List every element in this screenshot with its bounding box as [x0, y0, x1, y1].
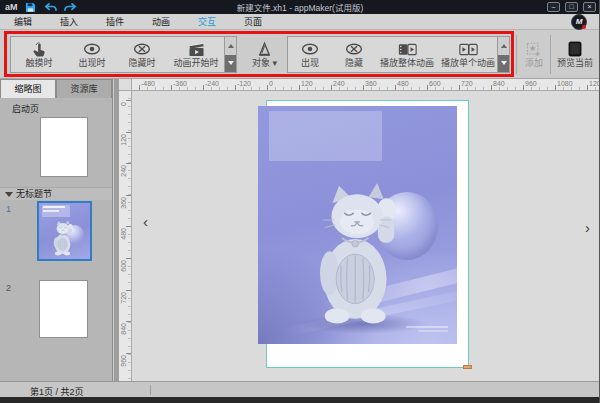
touch-icon	[32, 41, 46, 57]
tablet-icon	[568, 41, 582, 57]
ruler-label: -240	[205, 80, 219, 87]
ruler-label: 600	[429, 80, 441, 87]
menu-interaction[interactable]: 交互	[184, 15, 230, 28]
ruler-label: 960	[525, 80, 537, 87]
menu-animation[interactable]: 动画	[138, 15, 184, 28]
ruler-label: 0	[269, 80, 273, 87]
page-1-thumbnail[interactable]	[37, 201, 92, 261]
close-button[interactable]: ×	[583, 2, 596, 12]
watermark	[418, 330, 448, 332]
ruler-label: 480	[120, 228, 127, 240]
ruler-label: 720	[461, 80, 473, 87]
play-all-animation-button[interactable]: 播放整体动画	[376, 37, 438, 72]
on-animation-start-button[interactable]: 动画开始时	[167, 37, 225, 72]
ruler-corner	[119, 79, 132, 91]
sidebar-tabs: 缩略图 资源库	[0, 79, 112, 98]
ruler-label: -360	[173, 80, 187, 87]
actions-group-scroll[interactable]	[497, 37, 509, 72]
prev-page-arrow[interactable]: ‹	[143, 215, 148, 229]
design-image[interactable]	[258, 106, 457, 344]
menu-insert[interactable]: 插入	[46, 15, 92, 28]
play-single-animation-button[interactable]: 播放单个动画	[438, 37, 498, 72]
add-star-icon	[526, 41, 542, 57]
app-window: aM 新建文件.xh1 - appMaker(试用版) – □ × 编辑 插入 …	[0, 0, 600, 403]
show-action-button[interactable]: 出现	[288, 37, 332, 72]
tab-thumbnails[interactable]: 缩略图	[0, 79, 56, 98]
toolbar-separator	[516, 35, 517, 74]
object-dropdown-button[interactable]: 对象 ▾	[246, 36, 283, 73]
status-bar: 第1页 / 共2页	[0, 381, 600, 397]
next-page-arrow[interactable]: ›	[585, 221, 590, 235]
ruler-label: 120	[301, 80, 313, 87]
on-appear-button[interactable]: 出现时	[67, 37, 117, 72]
ruler-label: -480	[141, 80, 155, 87]
ruler-label: 240	[333, 80, 345, 87]
resize-handle[interactable]	[463, 365, 472, 369]
scroll-up-icon[interactable]	[225, 37, 236, 55]
actions-group: 出现 隐藏 播放整体动画 播放单个动画	[287, 36, 510, 73]
menu-page[interactable]: 页面	[230, 15, 276, 28]
ruler-label: 1080	[557, 80, 573, 87]
page-2-thumbnail[interactable]	[39, 280, 88, 338]
toolbar: 触摸时 出现时 隐藏时 动画开始时	[0, 30, 600, 79]
ruler-label: 360	[365, 80, 377, 87]
eye-off-icon	[345, 41, 363, 57]
canvas-area[interactable]: -480-360-240-120012024036048060072084096…	[114, 79, 600, 381]
status-separator	[150, 385, 151, 395]
hide-action-button[interactable]: 隐藏	[332, 37, 376, 72]
main-area: 缩略图 资源库 启动页 无标题节 1	[0, 79, 600, 381]
appmaker-badge-icon: M	[571, 14, 587, 30]
eye-icon	[83, 41, 101, 57]
collapse-triangle-icon	[5, 192, 13, 197]
trigger-group-scroll[interactable]	[224, 37, 236, 72]
v-ruler: 0120240360480600720840960	[119, 91, 132, 381]
menu-plugins[interactable]: 插件	[92, 15, 138, 28]
menu-bar: 编辑 插入 插件 动画 交互 页面	[0, 14, 600, 30]
ruler-label: 480	[397, 80, 409, 87]
startup-page-label: 启动页	[12, 102, 39, 115]
bottom-strip	[0, 397, 600, 403]
minimize-button[interactable]: –	[547, 2, 560, 12]
tab-resources[interactable]: 资源库	[56, 79, 112, 98]
image-overlay-rect	[269, 111, 382, 161]
h-ruler: -480-360-240-120012024036048060072084096…	[132, 79, 600, 91]
page-1-number: 1	[6, 204, 11, 214]
ruler-label: 960	[120, 355, 127, 367]
ruler-label: 600	[120, 260, 127, 272]
ruler-label: 120	[120, 134, 127, 146]
ruler-label: 0	[120, 102, 127, 106]
eye-off-icon	[133, 41, 151, 57]
add-button[interactable]: 添加	[519, 36, 549, 73]
page-2-number: 2	[6, 283, 11, 293]
ruler-label: 840	[120, 323, 127, 335]
scroll-down-icon[interactable]	[498, 55, 509, 73]
ruler-label: 840	[493, 80, 505, 87]
clapperboard-icon	[188, 41, 205, 57]
megaphone-icon	[257, 41, 272, 57]
menu-edit[interactable]: 编辑	[0, 15, 46, 28]
ruler-label: -120	[237, 80, 251, 87]
ruler-label: 1200	[589, 80, 600, 87]
eye-icon	[301, 41, 319, 57]
trigger-events-group: 触摸时 出现时 隐藏时 动画开始时	[10, 36, 237, 73]
toolbar-separator	[550, 35, 551, 74]
film-play-icon	[398, 41, 417, 57]
ruler-label: 360	[120, 197, 127, 209]
lucky-cat-figurine	[310, 182, 408, 334]
ruler-label: 240	[120, 165, 127, 177]
thumbnail-panel: 启动页 无标题节 1 2	[0, 98, 112, 381]
film-play-single-icon	[459, 41, 478, 57]
on-hide-button[interactable]: 隐藏时	[117, 37, 167, 72]
on-touch-button[interactable]: 触摸时	[11, 37, 67, 72]
section-header[interactable]: 无标题节	[0, 187, 112, 200]
maximize-button[interactable]: □	[565, 2, 578, 12]
title-bar: aM 新建文件.xh1 - appMaker(试用版) – □ ×	[0, 0, 600, 14]
ruler-label: 720	[120, 292, 127, 304]
scroll-up-icon[interactable]	[498, 37, 509, 55]
preview-current-button[interactable]: 预览当前	[552, 36, 598, 73]
scroll-down-icon[interactable]	[225, 55, 236, 73]
page-1-preview	[39, 203, 90, 259]
startup-page-thumbnail[interactable]	[40, 117, 88, 177]
sidebar: 缩略图 资源库 启动页 无标题节 1	[0, 79, 113, 381]
window-title: 新建文件.xh1 - appMaker(试用版)	[0, 1, 600, 13]
